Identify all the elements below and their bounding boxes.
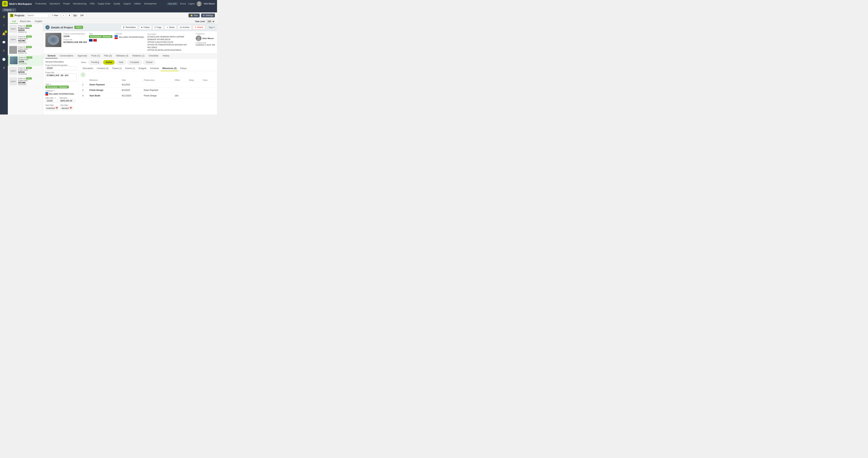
org-badge: Org: ASC xyxy=(167,2,178,5)
reminders-button[interactable]: 🗓 Reminders xyxy=(121,25,138,29)
nav-utilities[interactable]: Utilities xyxy=(134,2,141,5)
customer-flag-icon xyxy=(89,39,93,41)
list-item[interactable]: support Project ID 13633 Project Num S23… xyxy=(8,34,43,45)
tab-projects[interactable]: Projects ✕ xyxy=(2,8,16,12)
share-button[interactable]: ↗ Share xyxy=(164,25,177,29)
nav-people[interactable]: People xyxy=(63,2,70,5)
tab-approvals[interactable]: Approvals xyxy=(75,53,89,58)
list-item[interactable]: Project ID 13630 Project Num P23-236 SPA… xyxy=(8,45,43,55)
copy-button[interactable]: ⎘ Copy xyxy=(153,25,163,29)
tags-edit-icon[interactable]: ✏ xyxy=(213,26,215,28)
subtab-delays[interactable]: Delays xyxy=(178,66,188,71)
sidebar-clock-icon[interactable]: 🕐 xyxy=(1,56,7,62)
nav-operations[interactable]: Operations xyxy=(50,2,60,5)
total-price-input[interactable] xyxy=(59,99,75,103)
tab-close-icon[interactable]: ✕ xyxy=(12,9,14,11)
delete-button[interactable]: ✕ Delete xyxy=(193,25,205,29)
sale-order-input[interactable] xyxy=(45,99,58,103)
row3-num: 3 xyxy=(81,93,88,98)
subtab-events[interactable]: Events (1) xyxy=(124,66,137,71)
sidebar-upload-icon[interactable]: ⬆ xyxy=(1,65,7,70)
status-closed[interactable]: Closed xyxy=(143,60,155,65)
nav-productivity[interactable]: Productivity xyxy=(35,2,46,5)
start-date-input[interactable]: 5/18/2023 📅 xyxy=(45,106,59,110)
due-date-label: Due Date: xyxy=(60,104,73,106)
nav-support[interactable]: Support xyxy=(123,2,131,5)
search-input[interactable] xyxy=(26,13,49,18)
app-logo[interactable]: G xyxy=(2,1,8,6)
sidebar-grid-icon[interactable]: ⊞ xyxy=(1,14,7,20)
tab-attributes[interactable]: Attributes (4) xyxy=(114,53,130,58)
sidebar-chat-icon[interactable]: 💬 xyxy=(1,39,7,45)
status-pending[interactable]: Pending xyxy=(89,60,102,65)
due-date-input[interactable]: 3/6/2024 📅 xyxy=(60,106,73,110)
project-info: Project ID 13617 Project Num 523133 UPGR… xyxy=(18,67,32,75)
created-by-label: Created by xyxy=(196,33,205,35)
nav-crm[interactable]: CRM xyxy=(90,2,94,5)
tab-insights[interactable]: Insights xyxy=(33,19,44,24)
svg-point-9 xyxy=(197,36,200,39)
tab-general[interactable]: General xyxy=(45,53,58,58)
subtab-schedule[interactable]: Schedule xyxy=(148,66,161,71)
status-active[interactable]: Active xyxy=(103,60,115,65)
description-block: Description ECONOCLAVE DEWAXER DW4X4-140… xyxy=(147,33,194,52)
nav-development[interactable]: Development xyxy=(144,2,157,5)
col-offset: Offset xyxy=(173,78,188,82)
detail-back-button[interactable]: → xyxy=(45,25,50,29)
list-item[interactable]: Project ID 13623 Project Num 23159 ECONO… xyxy=(8,55,43,66)
view-tabs: List Board view Insights View Limit: 100… xyxy=(8,19,217,24)
row2-offset xyxy=(173,87,188,93)
table-row[interactable]: 3 Start Build 8/11/2023 Finish Design 10… xyxy=(81,93,215,98)
sale-order-link-icon[interactable]: ↗ xyxy=(54,97,56,99)
settings-button[interactable]: ⚙ Settings xyxy=(201,13,215,18)
tab-conversations[interactable]: Conversations xyxy=(58,53,75,58)
status-hold[interactable]: Hold xyxy=(116,60,126,65)
qty-input[interactable] xyxy=(78,14,86,17)
sub-tabs: Description Contacts (4) Tickets (1) Eve… xyxy=(79,66,217,71)
tab-posts[interactable]: Posts (3) xyxy=(89,53,102,58)
status-complete[interactable]: Complete xyxy=(127,60,142,65)
list-item[interactable]: support Project ID 13621 Project Num S23… xyxy=(8,76,43,87)
project-name: SUPPORT xyxy=(18,42,32,44)
project-name: UPGRADE xyxy=(18,73,32,75)
nav-supply-chain[interactable]: Supply Chain xyxy=(98,2,110,5)
tab-files[interactable]: Files (3) xyxy=(102,53,114,58)
row3-delay xyxy=(188,93,202,98)
subtab-tickets[interactable]: Tickets (1) xyxy=(110,66,124,71)
tab-relations[interactable]: Relations (1) xyxy=(130,53,147,58)
subtab-budgets[interactable]: Budgets xyxy=(137,66,148,71)
export-button[interactable]: ⬇ xyxy=(67,14,72,18)
filter-button[interactable]: ▽ Filter xyxy=(50,14,60,18)
proj-number-input[interactable] xyxy=(45,66,76,70)
calendar2-icon: 📅 xyxy=(69,107,72,110)
sidebar-plus-icon[interactable]: + xyxy=(1,22,7,28)
type-badge: Econoclave - Dewaxer xyxy=(89,35,113,38)
nav-quality[interactable]: Quality xyxy=(114,2,120,5)
proj-number-field: Project Number/Designation xyxy=(45,64,76,70)
subtab-milestones[interactable]: Milestones (3) xyxy=(161,66,178,71)
customer-edit-icon[interactable]: ✏ xyxy=(54,90,55,92)
tab-board[interactable]: Board view xyxy=(18,19,33,24)
list-item[interactable]: support Project ID 13617 Project Num 523… xyxy=(8,66,43,76)
list-item[interactable]: support Project ID 13624 Project Num 523… xyxy=(8,24,43,34)
tab-history[interactable]: History xyxy=(161,53,172,58)
tab-list[interactable]: List xyxy=(10,19,18,24)
add-button[interactable]: + xyxy=(61,14,66,17)
nav-manufacturing[interactable]: Manufacturing xyxy=(73,2,87,5)
tab-checklists[interactable]: Checklists xyxy=(147,53,161,58)
sidebar-runner-icon[interactable]: 🏃 xyxy=(1,48,7,54)
logout-link[interactable]: Logout xyxy=(188,2,195,5)
type-edit-icon[interactable]: ✏ xyxy=(50,83,52,85)
archive-button[interactable]: 🗃 Archive xyxy=(178,25,191,29)
subtab-contacts[interactable]: Contacts (4) xyxy=(95,66,110,71)
subtab-description[interactable]: Description xyxy=(81,66,95,71)
table-row[interactable]: 2 Finish Design 8/1/2023 Down Payment xyxy=(81,87,215,93)
proj-title-input[interactable]: ECONOCLAVE DW 4X4 xyxy=(45,74,76,81)
follow-button[interactable]: ★ Follow xyxy=(139,25,152,29)
table-row[interactable]: 1 Down Payment 8/1/2023 xyxy=(81,82,215,87)
sidebar-bell-icon[interactable]: 🔔 2 xyxy=(1,31,7,36)
tour-button[interactable]: ⭐ Tour xyxy=(188,13,199,18)
add-milestone-button[interactable]: + xyxy=(81,73,85,77)
errors-link[interactable]: Errors xyxy=(180,2,186,5)
view-limit-select[interactable]: 100 50 200 xyxy=(206,20,215,23)
